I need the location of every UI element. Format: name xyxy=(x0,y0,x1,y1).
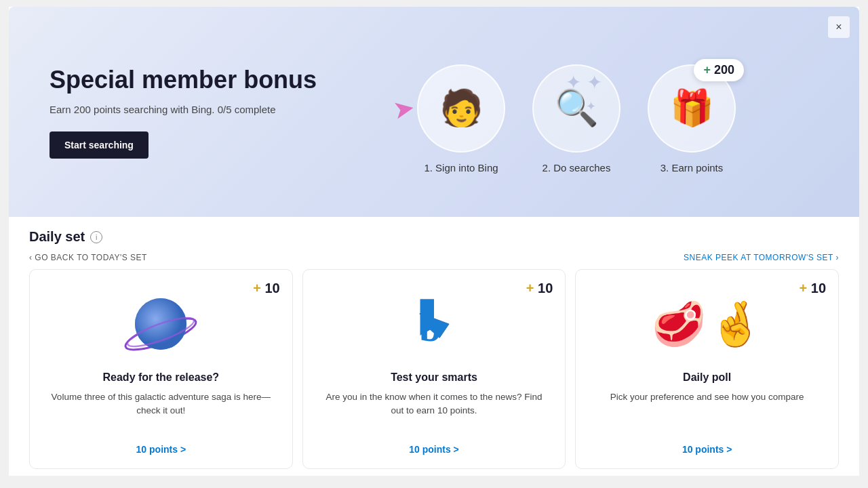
bing-logo-icon: b xyxy=(403,293,465,354)
hero-text: Special member bonus Earn 200 points sea… xyxy=(50,65,334,159)
steps-row: 🧑 ➤ 1. Sign into Bing 🔍 2. Do searches xyxy=(403,64,749,174)
daily-set-title: Daily set xyxy=(29,229,85,245)
daily-nav: ‹ GO BACK TO TODAY'S SET SNEAK PEEK AT T… xyxy=(29,253,839,262)
hero-steps: ✦ ✦✦ 🧑 ➤ 1. Sign into Bing 🔍 xyxy=(334,51,818,174)
card-smarts-points-value: 10 xyxy=(538,281,553,296)
card-poll-points: + 10 xyxy=(800,281,827,296)
card-quiz-plus: + xyxy=(253,281,261,296)
step-search-label: 2. Do searches xyxy=(542,162,611,174)
card-quiz-desc: Volume three of this galactic adventure … xyxy=(46,390,276,430)
card-smarts-points: + 10 xyxy=(526,281,553,296)
info-icon[interactable]: i xyxy=(90,231,102,243)
step-search-circle: 🔍 xyxy=(532,64,620,152)
sneak-peek-button[interactable]: SNEAK PEEK AT TOMORROW'S SET › xyxy=(684,253,839,262)
card-quiz-points: + 10 xyxy=(253,281,280,296)
card-poll[interactable]: + 10 🥩 🤞 Daily poll Pick your preference… xyxy=(575,269,839,469)
card-quiz-footer[interactable]: 10 points > xyxy=(136,430,186,455)
close-icon: × xyxy=(835,21,842,33)
card-poll-title: Daily poll xyxy=(683,371,731,384)
hero-title: Special member bonus xyxy=(50,65,334,94)
planet-illustration xyxy=(120,283,201,365)
card-poll-image: 🥩 🤞 xyxy=(667,283,748,365)
card-quiz-title: Ready for the release? xyxy=(103,371,220,384)
hero-banner: × Special member bonus Earn 200 points s… xyxy=(9,7,859,217)
card-smarts[interactable]: + 10 b Test your smarts Are you in the k… xyxy=(302,269,566,469)
poll-icon-2: 🤞 xyxy=(709,299,763,350)
go-back-button[interactable]: ‹ GO BACK TO TODAY'S SET xyxy=(29,253,147,262)
step-sign-in-label: 1. Sign into Bing xyxy=(424,162,498,174)
step-sign-in-icon: 🧑 xyxy=(439,87,484,129)
close-button[interactable]: × xyxy=(828,16,850,38)
card-poll-plus: + xyxy=(800,281,808,296)
step-search: 🔍 2. Do searches xyxy=(519,64,634,174)
card-smarts-footer[interactable]: 10 points > xyxy=(409,430,459,455)
step-earn-circle: 🎁 + 200 xyxy=(648,64,736,152)
step-sign-in-circle: 🧑 ➤ xyxy=(417,64,505,152)
card-smarts-desc: Are you in the know when it comes to the… xyxy=(319,390,549,430)
card-quiz-points-value: 10 xyxy=(264,281,279,296)
card-quiz-image xyxy=(120,283,201,365)
points-badge-plus: + xyxy=(703,63,711,77)
hero-subtitle: Earn 200 points searching with Bing. 0/5… xyxy=(50,104,334,115)
card-smarts-plus: + xyxy=(526,281,534,296)
poll-icon-1: 🥩 xyxy=(652,299,706,350)
start-searching-button[interactable]: Start searching xyxy=(50,131,149,159)
card-poll-footer[interactable]: 10 points > xyxy=(682,430,732,455)
pink-arrow-icon: ➤ xyxy=(390,92,416,125)
card-quiz[interactable]: + 10 xyxy=(29,269,293,469)
card-smarts-title: Test your smarts xyxy=(391,371,477,384)
card-smarts-image: b xyxy=(393,283,475,365)
step-search-icon: 🔍 xyxy=(555,87,599,129)
step-earn-icon: 🎁 xyxy=(670,87,714,129)
card-poll-desc: Pick your preference and see how you com… xyxy=(610,390,804,430)
svg-text:b: b xyxy=(419,306,441,350)
card-poll-points-value: 10 xyxy=(811,281,826,296)
points-badge-value: 200 xyxy=(714,63,734,77)
daily-header: Daily set i xyxy=(29,229,839,245)
cards-row: + 10 xyxy=(29,269,839,476)
step-earn: 🎁 + 200 3. Earn points xyxy=(634,64,749,174)
step-earn-label: 3. Earn points xyxy=(660,162,724,174)
daily-section: Daily set i ‹ GO BACK TO TODAY'S SET SNE… xyxy=(9,217,859,476)
points-badge: + 200 xyxy=(694,59,744,81)
step-sign-in: 🧑 ➤ 1. Sign into Bing xyxy=(403,64,519,174)
